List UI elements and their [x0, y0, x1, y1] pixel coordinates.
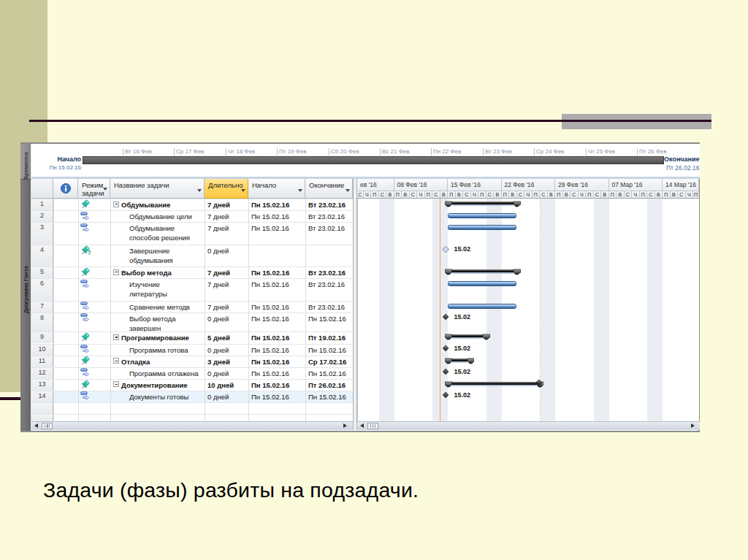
- svg-text:?: ?: [87, 249, 91, 255]
